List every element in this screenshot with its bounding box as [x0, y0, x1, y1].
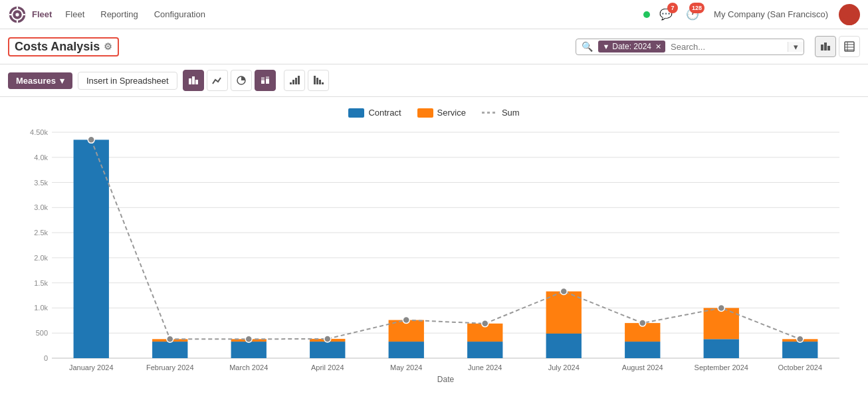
user-avatar[interactable] [839, 4, 860, 25]
bar-chart-button[interactable] [183, 70, 204, 91]
legend-sum-label: Sum [502, 108, 520, 118]
svg-rect-27 [295, 78, 297, 84]
svg-text:February 2024: February 2024 [146, 363, 194, 371]
legend-sum-dash [482, 112, 498, 114]
measures-button[interactable]: Measures ▾ [8, 72, 72, 89]
legend-contract-color [348, 108, 364, 118]
legend-sum: Sum [482, 108, 520, 118]
line-chart-button[interactable] [207, 70, 228, 91]
measures-label: Measures [16, 76, 56, 86]
svg-point-86 [324, 336, 331, 342]
chart-legend: Contract Service Sum [13, 108, 855, 118]
svg-point-7 [845, 7, 854, 17]
measures-chevron: ▾ [60, 76, 64, 86]
bar-chart-icon [820, 41, 831, 52]
sort-desc-button[interactable] [308, 70, 329, 91]
svg-point-90 [639, 320, 646, 326]
filter-remove[interactable]: ✕ [655, 43, 661, 51]
pie-chart-type-icon [236, 75, 247, 86]
search-icon: 🔍 [576, 41, 598, 52]
svg-rect-25 [290, 82, 292, 84]
search-input[interactable] [665, 39, 788, 54]
svg-text:2.0k: 2.0k [34, 254, 48, 262]
bar-chart-type-icon [188, 75, 199, 86]
svg-text:Date: Date [437, 375, 455, 384]
svg-text:4.0k: 4.0k [34, 154, 48, 161]
nav-fleet[interactable]: Fleet [60, 9, 90, 19]
svg-rect-23 [266, 79, 269, 84]
svg-text:May 2024: May 2024 [390, 363, 422, 371]
sort-buttons [284, 70, 329, 91]
legend-service-label: Service [437, 108, 466, 118]
svg-text:0: 0 [44, 354, 48, 362]
page-title: Costs Analysis [15, 40, 100, 54]
svg-point-83 [88, 136, 94, 143]
messages-badge: 7 [667, 3, 678, 13]
sort-asc-button[interactable] [284, 70, 305, 91]
svg-point-2 [15, 13, 19, 16]
search-dropdown-button[interactable]: ▾ [788, 42, 804, 52]
svg-point-88 [482, 320, 488, 327]
nav-app-name[interactable]: Fleet [32, 9, 52, 19]
line-chart-type-icon [212, 75, 223, 86]
svg-rect-26 [292, 80, 294, 84]
activity-button[interactable]: 🕐 128 [682, 4, 703, 25]
svg-point-92 [797, 336, 804, 342]
app-logo [8, 5, 27, 24]
svg-point-85 [245, 336, 252, 342]
svg-rect-80 [782, 342, 817, 358]
view-toggle [815, 36, 860, 57]
messages-button[interactable]: 💬 7 [655, 4, 677, 25]
svg-rect-32 [322, 82, 324, 84]
bar-chart: 05001.0k1.5k2.0k2.5k3.0k3.5k4.0k4.50kJan… [13, 126, 855, 391]
svg-point-89 [560, 288, 567, 295]
chart-area: Contract Service Sum 05001.0k1.5k2.0k2.5… [0, 97, 868, 404]
status-dot [643, 11, 650, 18]
insert-label: Insert in Spreadsheet [86, 76, 169, 86]
insert-spreadsheet-button[interactable]: Insert in Spreadsheet [78, 72, 177, 90]
table-view-button[interactable] [839, 36, 860, 57]
svg-text:March 2024: March 2024 [229, 363, 268, 371]
svg-text:June 2024: June 2024 [468, 363, 502, 371]
svg-text:1.5k: 1.5k [34, 279, 48, 287]
svg-rect-22 [261, 77, 265, 80]
svg-rect-11 [827, 46, 830, 51]
svg-rect-10 [824, 43, 827, 51]
search-filter-tag: ▼ Date: 2024 ✕ [598, 41, 665, 52]
filter-label: Date: 2024 [612, 42, 651, 51]
stacked-bar-button[interactable] [255, 70, 276, 91]
stacked-bar-icon [260, 75, 271, 86]
pie-chart-button[interactable] [231, 70, 252, 91]
svg-text:September 2024: September 2024 [695, 363, 748, 371]
svg-rect-62 [310, 342, 345, 358]
table-icon [844, 41, 855, 52]
svg-rect-59 [231, 342, 267, 358]
svg-point-87 [403, 317, 409, 324]
nav-configuration[interactable]: Configuration [149, 9, 211, 19]
svg-text:500: 500 [36, 329, 48, 337]
settings-icon[interactable]: ⚙ [104, 41, 112, 52]
svg-text:October 2024: October 2024 [778, 363, 822, 371]
svg-rect-56 [152, 342, 187, 358]
svg-rect-78 [704, 308, 739, 339]
svg-rect-17 [189, 78, 191, 84]
search-bar: 🔍 ▼ Date: 2024 ✕ ▾ [576, 39, 804, 55]
svg-rect-65 [389, 342, 424, 358]
svg-text:3.5k: 3.5k [34, 179, 48, 187]
svg-text:July 2024: July 2024 [548, 363, 580, 371]
svg-text:2.5k: 2.5k [34, 229, 48, 237]
svg-rect-29 [314, 76, 316, 84]
sort-asc-icon [289, 75, 300, 86]
bar-chart-view-button[interactable] [815, 36, 836, 57]
svg-rect-19 [195, 80, 198, 84]
svg-rect-71 [546, 334, 582, 358]
svg-text:January 2024: January 2024 [69, 363, 114, 371]
nav-reporting[interactable]: Reporting [95, 9, 143, 19]
top-nav: Fleet Fleet Reporting Configuration 💬 7 … [0, 0, 868, 29]
legend-contract: Contract [348, 108, 401, 118]
svg-rect-72 [546, 292, 582, 334]
legend-contract-label: Contract [368, 108, 401, 118]
page-title-container: Costs Analysis ⚙ [8, 37, 119, 56]
filter-icon: ▼ [602, 43, 609, 51]
svg-rect-77 [704, 339, 739, 358]
